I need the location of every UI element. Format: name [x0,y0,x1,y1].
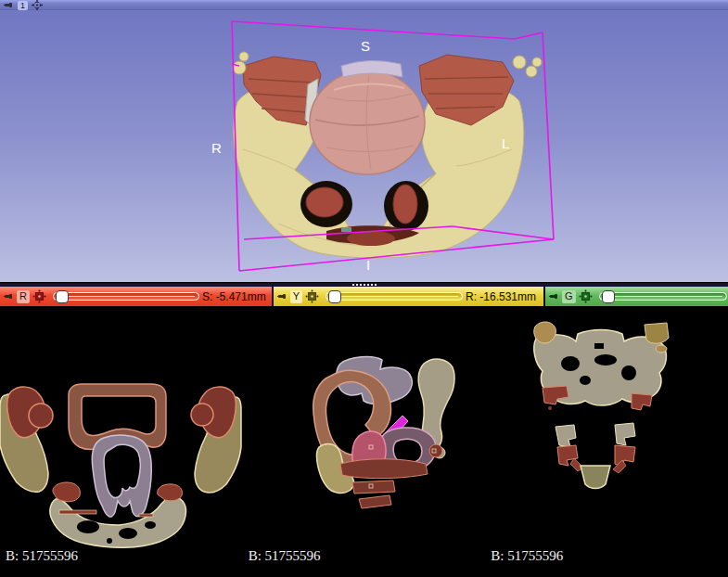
yellow-slice-image [243,306,486,577]
slider-track[interactable] [599,292,727,301]
axial-labelmap [0,384,241,547]
sagittal-labelmap [313,357,453,508]
slider-handle[interactable] [56,290,69,303]
slicer-layout: 1 [0,0,728,577]
slider-handle[interactable] [602,290,615,303]
orientation-label-left: L [502,135,509,151]
data-probe-status: B: 51755596 [249,548,321,564]
view3d-controller-bar: 1 [0,0,728,10]
slider-handle[interactable] [328,290,341,303]
red-slice-viewport[interactable]: B: 51755596 [0,306,243,577]
pin-icon[interactable] [549,292,559,301]
orientation-label-right: R [211,140,222,156]
red-slice-controller: R S: -5.471mm [0,287,274,306]
view-badge: 1 [18,1,28,10]
slice-offset-value: R: -16.531mm [466,290,540,303]
pin-icon[interactable] [4,292,14,301]
slice-controllers: R S: -5.471mm Y [0,287,728,306]
red-slice-image [0,306,243,577]
view-label-chip[interactable]: G [562,290,576,303]
fiducial-icon[interactable] [579,289,593,303]
bladder-mesh [310,71,425,174]
slice-offset-slider[interactable] [599,291,727,302]
fiducial-icon[interactable] [32,289,46,303]
crosshair-icon[interactable] [32,0,43,10]
slice-offset-slider[interactable] [326,291,463,302]
fiducial-icon[interactable] [305,289,319,303]
green-slice-viewport[interactable]: B: 51755596 [485,306,728,577]
view-label-chip[interactable]: Y [290,290,302,303]
orientation-label-superior: S [361,38,370,54]
green-slice-controller: G A: -80.610mm [545,287,728,306]
pin-icon[interactable] [277,292,287,301]
view-label-chip[interactable]: R [17,290,30,303]
slice-views: B: 51755596 [0,306,728,577]
green-slice-image [485,306,728,577]
slider-track[interactable] [53,292,199,301]
pin-icon[interactable] [4,1,14,9]
slider-track[interactable] [326,292,463,301]
orientation-label-inferior: I [366,257,370,273]
slice-offset-value: S: -5.471mm [202,290,268,303]
data-probe-status: B: 51755596 [491,548,563,564]
data-probe-status: B: 51755596 [6,548,78,564]
view3d-viewport[interactable]: S I R L [0,10,728,283]
coronal-labelmap [534,322,669,489]
yellow-slice-viewport[interactable]: B: 51755596 [243,306,486,577]
yellow-slice-controller: Y R: -16.531mm [274,287,545,306]
slice-offset-slider[interactable] [53,291,199,302]
